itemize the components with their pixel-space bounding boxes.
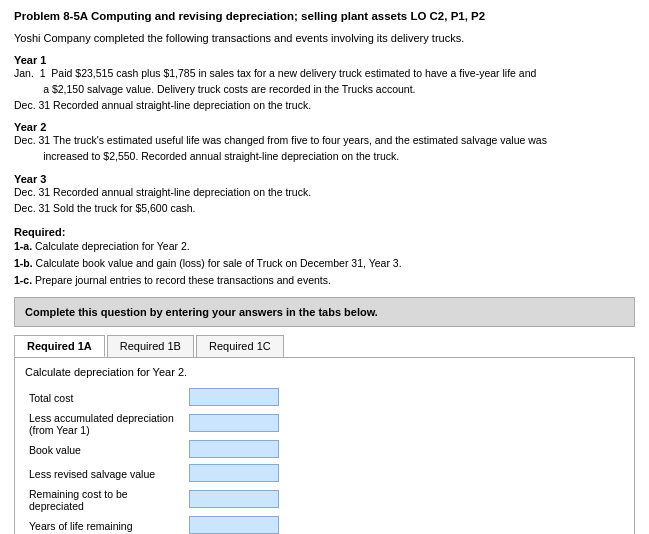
year-3-label: Year 3: [14, 173, 635, 185]
table-row: Book value: [25, 438, 285, 462]
tab-heading: Calculate depreciation for Year 2.: [25, 366, 624, 378]
calc-table: Total cost Less accumulated depreciation…: [25, 386, 285, 534]
row-less-salvage-input-cell: [185, 462, 285, 486]
table-row: Less revised salvage value: [25, 462, 285, 486]
remaining-cost-input[interactable]: [189, 490, 279, 508]
row-less-accum-label: Less accumulated depreciation (from Year…: [25, 410, 185, 438]
table-row: Less accumulated depreciation (from Year…: [25, 410, 285, 438]
row-years-remaining-label: Years of life remaining: [25, 514, 185, 534]
year-1-content: Jan. 1 Paid $23,515 cash plus $1,785 in …: [14, 66, 635, 113]
tab-required-1b[interactable]: Required 1B: [107, 335, 194, 357]
table-row: Remaining cost to be depreciated: [25, 486, 285, 514]
row-book-value-label: Book value: [25, 438, 185, 462]
req-1c-text: Prepare journal entries to record these …: [35, 274, 331, 286]
year-1-section: Year 1 Jan. 1 Paid $23,515 cash plus $1,…: [14, 54, 635, 113]
year-2-label: Year 2: [14, 121, 635, 133]
row-book-value-input-cell: [185, 438, 285, 462]
required-title: Required:: [14, 226, 635, 238]
year-3-section: Year 3 Dec. 31 Recorded annual straight-…: [14, 173, 635, 217]
req-1a-text: Calculate depreciation for Year 2.: [35, 240, 190, 252]
table-row: Total cost: [25, 386, 285, 410]
required-section: Required: 1-a. Calculate depreciation fo…: [14, 226, 635, 288]
req-1b-text: Calculate book value and gain (loss) for…: [36, 257, 402, 269]
row-total-cost-input-cell: [185, 386, 285, 410]
row-less-accum-input-cell: [185, 410, 285, 438]
complete-box: Complete this question by entering your …: [14, 297, 635, 327]
tab-required-1a[interactable]: Required 1A: [14, 335, 105, 357]
book-value-input[interactable]: [189, 440, 279, 458]
table-row: Years of life remaining: [25, 514, 285, 534]
tab-required-1c[interactable]: Required 1C: [196, 335, 284, 357]
years-remaining-input[interactable]: [189, 516, 279, 534]
year-3-content: Dec. 31 Recorded annual straight-line de…: [14, 185, 635, 217]
year-sections: Year 1 Jan. 1 Paid $23,515 cash plus $1,…: [14, 54, 635, 216]
req-1c-id: 1-c.: [14, 274, 32, 286]
problem-title: Problem 8-5A Computing and revising depr…: [14, 10, 635, 22]
total-cost-input[interactable]: [189, 388, 279, 406]
less-salvage-input[interactable]: [189, 464, 279, 482]
year-2-content: Dec. 31 The truck's estimated useful lif…: [14, 133, 635, 165]
req-1b-id: 1-b.: [14, 257, 33, 269]
required-items: 1-a. Calculate depreciation for Year 2. …: [14, 238, 635, 288]
year-2-section: Year 2 Dec. 31 The truck's estimated use…: [14, 121, 635, 165]
row-total-cost-label: Total cost: [25, 386, 185, 410]
req-1a-id: 1-a.: [14, 240, 32, 252]
row-years-remaining-input-cell: [185, 514, 285, 534]
row-remaining-cost-input-cell: [185, 486, 285, 514]
tabs-row: Required 1A Required 1B Required 1C: [14, 335, 635, 358]
intro-text: Yoshi Company completed the following tr…: [14, 32, 635, 44]
year-1-label: Year 1: [14, 54, 635, 66]
tab-content-area: Calculate depreciation for Year 2. Total…: [14, 358, 635, 534]
less-accum-input[interactable]: [189, 414, 279, 432]
row-less-salvage-label: Less revised salvage value: [25, 462, 185, 486]
row-remaining-cost-label: Remaining cost to be depreciated: [25, 486, 185, 514]
